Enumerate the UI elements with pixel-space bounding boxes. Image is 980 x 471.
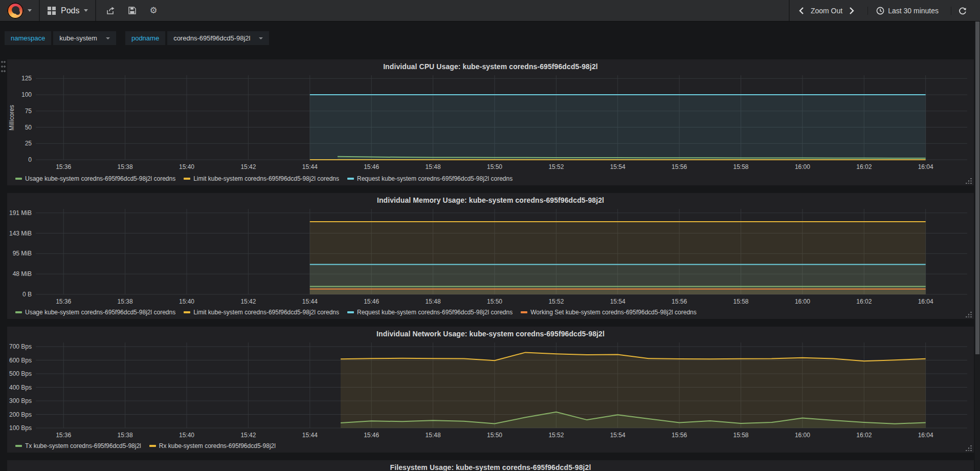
svg-text:95 MiB: 95 MiB <box>13 250 32 257</box>
svg-text:15:50: 15:50 <box>487 432 502 439</box>
svg-text:15:42: 15:42 <box>240 432 256 439</box>
svg-text:16:00: 16:00 <box>795 298 810 305</box>
svg-text:15:58: 15:58 <box>733 163 748 170</box>
legend-series-color-icon <box>15 178 22 180</box>
dashboard-picker[interactable]: Pods <box>40 0 96 21</box>
row-drag-handle[interactable] <box>1 60 6 73</box>
share-icon <box>106 7 115 15</box>
svg-text:15:46: 15:46 <box>364 432 379 439</box>
panel-filesystem-usage: Filesystem Usage: kube-system coredns-69… <box>7 460 974 471</box>
dashboard-title: Pods <box>61 6 79 15</box>
chart-plot-area[interactable]: 100 Bps200 Bps300 Bps400 Bps500 Bps600 B… <box>7 341 974 439</box>
chevron-down-icon <box>259 37 263 39</box>
svg-text:15:40: 15:40 <box>179 298 194 305</box>
share-button[interactable] <box>106 7 115 15</box>
page-scrollbar[interactable] <box>975 0 980 471</box>
chevron-down-icon <box>28 9 32 12</box>
svg-text:125: 125 <box>21 75 32 82</box>
legend-series-color-icon <box>347 311 354 313</box>
variable-namespace: namespace kube-system <box>5 31 116 59</box>
grafana-menu[interactable] <box>0 0 40 21</box>
legend-item[interactable]: Request kube-system coredns-695f96dcd5-9… <box>347 175 513 182</box>
svg-text:16:04: 16:04 <box>918 163 933 170</box>
navbar: Pods ⚙ Zoom Out <box>0 0 980 22</box>
cpu-chart[interactable]: 025507510012515:3615:3815:4015:4215:4415… <box>7 74 974 174</box>
svg-text:50: 50 <box>25 124 32 131</box>
grafana-logo-icon <box>7 3 24 19</box>
panel-title[interactable]: Individual Network Usage: kube-system co… <box>7 328 974 341</box>
chart-plot-area[interactable]: 025507510012515:3615:3815:4015:4215:4415… <box>7 74 974 172</box>
panel-title[interactable]: Filesystem Usage: kube-system coredns-69… <box>7 461 974 471</box>
svg-text:75: 75 <box>25 108 32 115</box>
gear-icon: ⚙ <box>149 6 157 15</box>
svg-text:15:58: 15:58 <box>733 298 748 305</box>
legend-series-label: Rx kube-system coredns-695f96dcd5-98j2l <box>159 442 276 449</box>
svg-text:48 MiB: 48 MiB <box>13 270 32 277</box>
legend-item[interactable]: Working Set kube-system coredns-695f96dc… <box>521 309 697 316</box>
memory-chart[interactable]: 0 B48 MiB95 MiB143 MiB191 MiB15:3615:381… <box>7 207 974 308</box>
panel-title[interactable]: Individual CPU Usage: kube-system coredn… <box>7 60 974 74</box>
panel-resize-handle[interactable] <box>966 445 972 451</box>
network-chart[interactable]: 100 Bps200 Bps300 Bps400 Bps500 Bps600 B… <box>7 341 974 441</box>
svg-text:16:04: 16:04 <box>918 298 933 305</box>
variable-podname: podname coredns-695f96dcd5-98j2l <box>125 31 270 59</box>
refresh-button[interactable] <box>959 7 967 15</box>
legend-series-label: Usage kube-system coredns-695f96dcd5-98j… <box>25 175 175 182</box>
svg-text:15:56: 15:56 <box>672 298 687 305</box>
legend-item[interactable]: Usage kube-system coredns-695f96dcd5-98j… <box>15 309 175 316</box>
legend-item[interactable]: Tx kube-system coredns-695f96dcd5-98j2l <box>15 442 141 449</box>
panel-title[interactable]: Individual Memory Usage: kube-system cor… <box>7 194 974 207</box>
time-range-picker[interactable]: Last 30 minutes <box>867 7 939 15</box>
svg-text:191 MiB: 191 MiB <box>9 209 32 217</box>
time-shift-forward-button[interactable] <box>850 7 854 14</box>
svg-text:16:04: 16:04 <box>918 432 933 439</box>
svg-text:16:02: 16:02 <box>856 298 872 305</box>
legend-series-label: Working Set kube-system coredns-695f96dc… <box>530 309 697 316</box>
settings-button[interactable]: ⚙ <box>149 6 157 15</box>
zoom-out-button[interactable]: Zoom Out <box>811 7 842 15</box>
svg-text:15:42: 15:42 <box>240 298 256 305</box>
chevron-down-icon <box>106 37 110 39</box>
save-button[interactable] <box>128 7 136 14</box>
save-icon <box>128 7 136 14</box>
time-shift-back-button[interactable] <box>799 7 804 14</box>
svg-text:15:44: 15:44 <box>302 163 318 170</box>
legend-series-color-icon <box>184 178 190 180</box>
cpu-chart-legend: Usage kube-system coredns-695f96dcd5-98j… <box>7 174 974 185</box>
clock-icon <box>876 7 884 15</box>
page-scrollbar-thumb[interactable] <box>975 1 979 354</box>
svg-text:16:02: 16:02 <box>856 432 872 439</box>
legend-series-color-icon <box>15 445 22 447</box>
svg-text:15:36: 15:36 <box>56 432 71 439</box>
svg-text:0 B: 0 B <box>23 291 32 298</box>
legend-series-color-icon <box>521 311 527 313</box>
legend-item[interactable]: Limit kube-system coredns-695f96dcd5-98j… <box>184 309 339 316</box>
legend-item[interactable]: Limit kube-system coredns-695f96dcd5-98j… <box>184 175 339 182</box>
legend-series-label: Request kube-system coredns-695f96dcd5-9… <box>357 309 513 316</box>
chart-plot-area[interactable]: 0 B48 MiB95 MiB143 MiB191 MiB15:3615:381… <box>7 207 974 306</box>
svg-text:15:56: 15:56 <box>672 163 687 170</box>
chevron-left-icon <box>799 7 804 14</box>
legend-item[interactable]: Request kube-system coredns-695f96dcd5-9… <box>347 309 513 316</box>
panel-individual-network-usage: Individual Network Usage: kube-system co… <box>7 327 974 453</box>
svg-text:15:50: 15:50 <box>487 298 502 305</box>
variable-namespace-label: namespace <box>5 31 51 45</box>
legend-item[interactable]: Usage kube-system coredns-695f96dcd5-98j… <box>15 175 175 182</box>
time-range-label: Last 30 minutes <box>888 7 939 15</box>
legend-item[interactable]: Rx kube-system coredns-695f96dcd5-98j2l <box>149 442 276 449</box>
svg-text:15:38: 15:38 <box>118 432 133 439</box>
svg-text:15:44: 15:44 <box>302 298 318 305</box>
panel-resize-handle[interactable] <box>966 178 972 184</box>
variable-podname-value-dropdown[interactable]: coredns-695f96dcd5-98j2l <box>167 31 269 45</box>
svg-text:0: 0 <box>28 156 32 163</box>
svg-text:16:00: 16:00 <box>795 163 810 170</box>
variable-namespace-value-dropdown[interactable]: kube-system <box>53 31 116 45</box>
svg-text:16:02: 16:02 <box>856 163 872 170</box>
svg-text:200 Bps: 200 Bps <box>9 411 32 418</box>
panel-resize-handle[interactable] <box>966 311 972 317</box>
navbar-spacer <box>168 0 789 21</box>
svg-text:15:58: 15:58 <box>733 432 748 439</box>
svg-text:400 Bps: 400 Bps <box>9 384 32 391</box>
legend-series-color-icon <box>347 178 354 180</box>
variable-namespace-value: kube-system <box>59 34 97 42</box>
